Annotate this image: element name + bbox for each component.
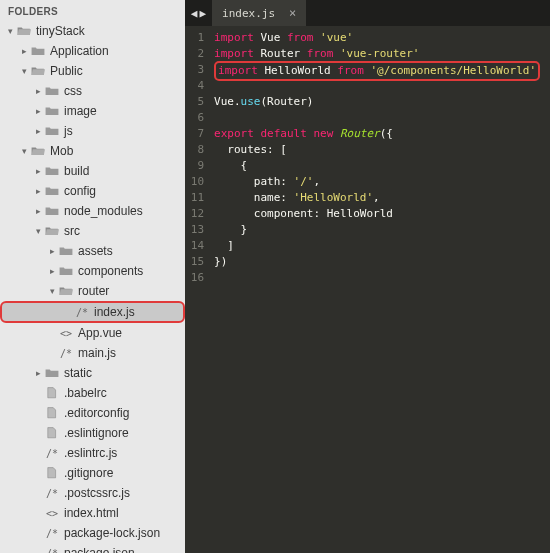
code-token: import: [218, 64, 258, 77]
code-token: import: [214, 31, 254, 44]
tree-folder-application[interactable]: ▸ Application: [0, 41, 185, 61]
tree-file-index-html[interactable]: ▸ <> index.html: [0, 503, 185, 523]
tree-file-index-js[interactable]: ▸ /* index.js: [0, 301, 185, 323]
tree-folder-config[interactable]: ▸ config: [0, 181, 185, 201]
tree-file-main-js[interactable]: ▸ /* main.js: [0, 343, 185, 363]
markup-file-icon: <>: [58, 328, 74, 339]
folder-open-icon: [30, 65, 46, 77]
tree-folder-static[interactable]: ▸ static: [0, 363, 185, 383]
tree-label: .babelrc: [64, 386, 107, 400]
tree-file-app-vue[interactable]: ▸ <> App.vue: [0, 323, 185, 343]
folder-icon: [44, 185, 60, 197]
tree-label: main.js: [78, 346, 116, 360]
code-token: Router: [254, 47, 307, 60]
tree-folder-node-modules[interactable]: ▸ node_modules: [0, 201, 185, 221]
js-file-icon: /*: [44, 448, 60, 459]
tree-folder-tinystack[interactable]: ▾ tinyStack: [0, 21, 185, 41]
tree-label: static: [64, 366, 92, 380]
tree-file-eslintrc-js[interactable]: ▸ /* .eslintrc.js: [0, 443, 185, 463]
code-token: '/': [294, 175, 314, 188]
tree-folder-components[interactable]: ▸ components: [0, 261, 185, 281]
close-icon[interactable]: ×: [289, 6, 296, 20]
tree-file-postcssrc-js[interactable]: ▸ /* .postcssrc.js: [0, 483, 185, 503]
arrow-left-icon[interactable]: ◀: [191, 7, 198, 20]
chevron-right-icon: ▸: [32, 86, 44, 96]
code-token: 'HelloWorld': [294, 191, 373, 204]
js-file-icon: /*: [44, 488, 60, 499]
code-token: }: [214, 223, 247, 236]
code-token: ({: [380, 127, 393, 140]
tree-folder-public[interactable]: ▾ Public: [0, 61, 185, 81]
folder-icon: [44, 367, 60, 379]
code-area[interactable]: 12345678 910111213141516 import Vue from…: [185, 26, 550, 553]
code-content[interactable]: import Vue from 'vue' import Router from…: [210, 26, 550, 553]
folder-icon: [44, 205, 60, 217]
folder-open-icon: [30, 145, 46, 157]
tree-folder-assets[interactable]: ▸ assets: [0, 241, 185, 261]
tree-label: build: [64, 164, 89, 178]
code-token: (Router): [260, 95, 313, 108]
chevron-right-icon: ▸: [32, 368, 44, 378]
code-token: from: [287, 31, 314, 44]
folder-icon: [58, 245, 74, 257]
tree-label: index.html: [64, 506, 119, 520]
folder-icon: [44, 125, 60, 137]
code-token: path:: [214, 175, 293, 188]
folder-icon: [44, 105, 60, 117]
tree-folder-js[interactable]: ▸ js: [0, 121, 185, 141]
tree-label: .postcssrc.js: [64, 486, 130, 500]
tree-label: assets: [78, 244, 113, 258]
folder-icon: [44, 165, 60, 177]
tree-label: Mob: [50, 144, 73, 158]
tree-file-package-lock[interactable]: ▸ /* package-lock.json: [0, 523, 185, 543]
code-token: {: [214, 159, 247, 172]
tree-file-eslintignore[interactable]: ▸ .eslintignore: [0, 423, 185, 443]
code-token: ,: [313, 175, 320, 188]
doc-file-icon: [44, 427, 60, 439]
chevron-down-icon: ▾: [32, 226, 44, 236]
tree-file-babelrc[interactable]: ▸ .babelrc: [0, 383, 185, 403]
tree-label: tinyStack: [36, 24, 85, 38]
code-token: from: [337, 64, 364, 77]
code-token: use: [241, 95, 261, 108]
tree-label: node_modules: [64, 204, 143, 218]
tree-label: index.js: [94, 305, 135, 319]
markup-file-icon: <>: [44, 508, 60, 519]
tab-bar: ◀ ▶ index.js ×: [185, 0, 550, 26]
chevron-right-icon: ▸: [32, 166, 44, 176]
code-token: 'vue': [313, 31, 353, 44]
tree-file-package-json[interactable]: ▸ /* package.json: [0, 543, 185, 553]
tab-index-js[interactable]: index.js ×: [212, 0, 306, 26]
chevron-down-icon: ▾: [46, 286, 58, 296]
tree-folder-build[interactable]: ▸ build: [0, 161, 185, 181]
chevron-down-icon: ▾: [4, 26, 16, 36]
highlight-import-line: import HelloWorld from '@/components/Hel…: [214, 61, 540, 81]
tree-file-editorconfig[interactable]: ▸ .editorconfig: [0, 403, 185, 423]
chevron-right-icon: ▸: [46, 266, 58, 276]
tree-label: js: [64, 124, 73, 138]
tree-label: config: [64, 184, 96, 198]
tab-history-nav[interactable]: ◀ ▶: [185, 0, 212, 26]
doc-file-icon: [44, 467, 60, 479]
tree-file-gitignore[interactable]: ▸ .gitignore: [0, 463, 185, 483]
tree-label: router: [78, 284, 109, 298]
tree-label: css: [64, 84, 82, 98]
code-token: ]: [214, 239, 234, 252]
editor-pane: ◀ ▶ index.js × 12345678 910111213141516 …: [185, 0, 550, 553]
tree-label: .eslintignore: [64, 426, 129, 440]
chevron-right-icon: ▸: [18, 46, 30, 56]
chevron-down-icon: ▾: [18, 66, 30, 76]
chevron-right-icon: ▸: [32, 106, 44, 116]
js-file-icon: /*: [44, 528, 60, 539]
tree-folder-router[interactable]: ▾ router: [0, 281, 185, 301]
tree-label: components: [78, 264, 143, 278]
code-token: ,: [373, 191, 380, 204]
chevron-right-icon: ▸: [32, 206, 44, 216]
tree-folder-mob[interactable]: ▾ Mob: [0, 141, 185, 161]
arrow-right-icon[interactable]: ▶: [199, 7, 206, 20]
tree-folder-src[interactable]: ▾ src: [0, 221, 185, 241]
tree-folder-css[interactable]: ▸ css: [0, 81, 185, 101]
chevron-right-icon: ▸: [32, 126, 44, 136]
tree-label: image: [64, 104, 97, 118]
tree-folder-image[interactable]: ▸ image: [0, 101, 185, 121]
